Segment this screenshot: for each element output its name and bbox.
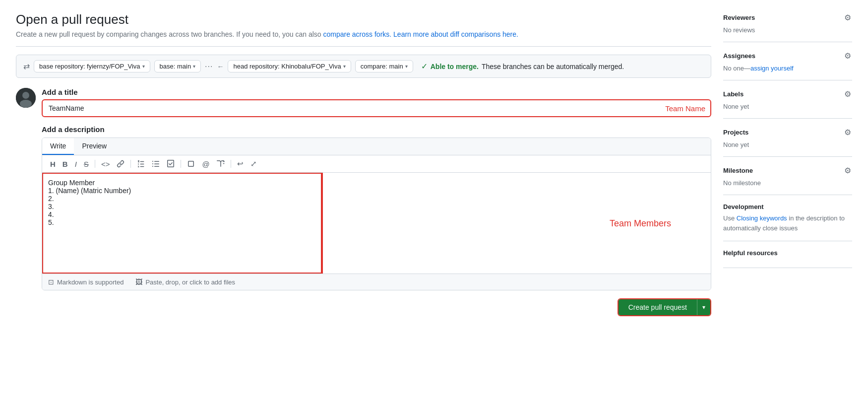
development-title: Development [723,203,764,210]
labels-gear-btn[interactable]: ⚙ [843,88,852,100]
toolbar-task-list-btn[interactable] [165,159,177,169]
pr-sidebar: Reviewers ⚙ No reviews Assignees ⚙ No on… [723,12,852,316]
page-subtitle: Create a new pull request by comparing c… [16,30,711,38]
avatar [16,88,36,108]
merge-status: ✓ Able to merge. These branches can be a… [421,62,624,71]
toolbar-bold-btn[interactable]: B [61,159,70,169]
milestone-section: Milestone ⚙ No milestone [723,157,852,195]
toolbar-code-btn[interactable]: <> [99,159,112,169]
milestone-gear-btn[interactable]: ⚙ [843,165,852,176]
projects-header: Projects ⚙ [723,127,852,138]
toolbar-ref-btn[interactable] [215,159,227,169]
projects-value: None yet [723,141,852,148]
description-textarea[interactable]: Group Member 1. (Name) (Matric Number) 2… [42,173,322,272]
assignees-section: Assignees ⚙ No one—assign yourself [723,42,852,80]
svg-point-2 [20,100,32,108]
tab-preview[interactable]: Preview [74,138,115,155]
base-repo-select[interactable]: base repository: fyiernzy/FOP_Viva ▾ [34,60,150,72]
toolbar-divider-3 [181,160,181,168]
development-section: Development Use Closing keywords in the … [723,195,852,241]
projects-section: Projects ⚙ None yet [723,119,852,157]
toolbar-divider-2 [130,160,131,168]
toolbar-mention-btn[interactable]: @ [200,159,211,169]
assignees-header: Assignees ⚙ [723,50,852,62]
assignees-value: No one—assign yourself [723,65,852,72]
add-desc-label: Add a description [42,125,711,134]
image-icon: 🖼 [135,278,142,286]
reviewers-section: Reviewers ⚙ No reviews [723,12,852,42]
labels-header: Labels ⚙ [723,88,852,100]
labels-title: Labels [723,90,744,98]
toolbar-attach-btn[interactable] [185,159,197,169]
markdown-support-label: ⊡ Markdown is supported [48,278,124,286]
checkmark-icon: ✓ [421,62,428,71]
reviewers-title: Reviewers [723,14,755,21]
page-title: Open a pull request [16,12,711,27]
development-text: Use Closing keywords in the description … [723,213,852,233]
toolbar-divider-4 [231,160,231,168]
learn-more-link[interactable]: Learn more about diff comparisons here. [393,30,518,38]
toolbar-italic-btn[interactable]: I [73,159,79,169]
assign-yourself-link[interactable]: assign yourself [750,65,794,72]
pr-form: Add a title Team Name Add a description … [16,88,711,316]
markdown-icon: ⊡ [48,278,54,286]
development-header: Development [723,203,852,210]
compare-forks-link[interactable]: compare across forks. [323,30,391,38]
helpful-resources-title: Helpful resources [723,249,852,257]
editor-toolbar: H B I S <> [42,155,711,173]
toolbar-fullscreen-btn[interactable]: ⤢ [248,158,259,169]
projects-gear-btn[interactable]: ⚙ [843,127,852,138]
description-editor: Write Preview H B I S <> [42,138,711,290]
toolbar-unordered-list-btn[interactable] [150,159,162,169]
tab-write[interactable]: Write [42,138,74,155]
editor-content-left: Group Member 1. (Name) (Matric Number) 2… [42,173,323,274]
labels-value: None yet [723,103,852,110]
reviewers-value: No reviews [723,26,852,34]
helpful-resources-section: Helpful resources [723,241,852,268]
editor-tabs: Write Preview [42,138,711,155]
create-pr-button[interactable]: Create pull request [619,299,697,315]
team-members-overlay: Team Members [610,218,671,228]
create-pr-caret-button[interactable]: ▾ [697,299,710,315]
attach-files-label: 🖼 Paste, drop, or click to add files [135,278,235,286]
milestone-title: Milestone [723,167,753,174]
svg-point-1 [22,92,29,99]
toolbar-link-btn[interactable] [115,159,126,169]
dots-icon: ··· [205,62,213,71]
closing-keywords-link[interactable]: Closing keywords [737,214,787,222]
toolbar-ordered-list-btn[interactable] [135,159,147,169]
left-arrow-icon: ← [217,63,224,70]
milestone-value: No milestone [723,179,852,187]
assignees-title: Assignees [723,52,755,60]
title-input[interactable] [42,99,711,117]
base-branch-caret-icon: ▾ [193,64,195,69]
toolbar-strikethrough-btn[interactable]: S [82,159,91,169]
header-divider [16,46,711,47]
compare-icon: ⇄ [23,62,30,71]
projects-title: Projects [723,129,748,136]
reviewers-gear-btn[interactable]: ⚙ [843,12,852,23]
base-repo-caret-icon: ▾ [142,64,145,69]
compare-branch-select[interactable]: compare: main ▾ [355,60,413,72]
editor-area: Group Member 1. (Name) (Matric Number) 2… [42,173,711,274]
head-repo-select[interactable]: head repository: Khinobalu/FOP_Viva ▾ [228,60,351,72]
labels-section: Labels ⚙ None yet [723,80,852,119]
milestone-header: Milestone ⚙ [723,165,852,176]
editor-preview-area: Team Members [323,173,711,274]
form-body: Add a title Team Name Add a description … [42,88,711,316]
form-actions: Create pull request ▾ [42,298,711,316]
reviewers-header: Reviewers ⚙ [723,12,852,23]
title-input-wrapper: Team Name [42,99,711,117]
branch-bar: ⇄ base repository: fyiernzy/FOP_Viva ▾ b… [16,55,711,78]
toolbar-undo-btn[interactable]: ↩ [235,158,246,169]
create-btn-group: Create pull request ▾ [618,298,711,316]
base-branch-select[interactable]: base: main ▾ [154,60,201,72]
add-title-label: Add a title [42,88,711,96]
assignees-gear-btn[interactable]: ⚙ [843,50,852,62]
compare-branch-caret-icon: ▾ [405,64,408,69]
toolbar-divider-1 [95,160,95,168]
editor-footer: ⊡ Markdown is supported 🖼 Paste, drop, o… [42,274,711,290]
toolbar-heading-btn[interactable]: H [48,159,58,169]
head-repo-caret-icon: ▾ [343,64,346,69]
